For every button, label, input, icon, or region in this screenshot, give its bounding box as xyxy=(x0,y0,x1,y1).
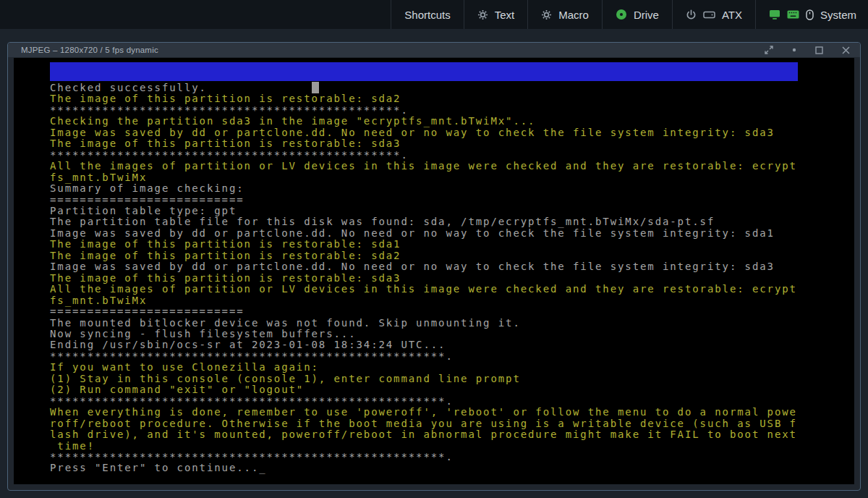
console-line: ========================== xyxy=(50,306,798,317)
gear-icon xyxy=(477,9,488,20)
menu-system-label: System xyxy=(820,9,856,21)
console-line: The partition table file for this disk w… xyxy=(50,216,798,227)
console-line: fs_mnt.bTwiMx xyxy=(50,172,798,183)
console-line: Press "Enter" to continue..._ xyxy=(50,463,798,473)
console-line: The image of this partition is restorabl… xyxy=(50,138,798,149)
menu-macro[interactable]: Macro xyxy=(527,0,602,29)
console-line: When everything is done, remember to use… xyxy=(50,407,798,418)
console-line: Checked successfully. xyxy=(50,83,798,93)
mouse-icon xyxy=(806,9,814,20)
console-line: ****************************************… xyxy=(50,452,798,463)
disc-icon xyxy=(616,9,627,20)
console-block-cursor xyxy=(312,82,319,93)
console-line: The image of this partition is restorabl… xyxy=(50,93,798,104)
console-output: Checked successfully. The image of this … xyxy=(14,58,798,474)
menu-text[interactable]: Text xyxy=(464,0,528,29)
console-line: Image was saved by dd or partclone.dd. N… xyxy=(50,261,798,272)
menu-shortcuts[interactable]: Shortcuts xyxy=(391,0,463,29)
console-line: The mounted bitlocker device was not fou… xyxy=(50,318,798,329)
menu-atx-label: ATX xyxy=(722,9,742,21)
menu-shortcuts-label: Shortcuts xyxy=(404,9,450,21)
keyboard-icon xyxy=(787,10,799,19)
monitor-icon xyxy=(769,9,780,20)
console-line: ****************************************… xyxy=(50,105,798,116)
console-line: All the images of partition or LV device… xyxy=(50,284,798,295)
console-line: All the images of partition or LV device… xyxy=(50,161,798,172)
console-line: ****************************************… xyxy=(50,351,798,362)
console-line: Image was saved by dd or partclone.dd. N… xyxy=(50,127,798,138)
console-line: ========================== xyxy=(50,195,798,206)
console-line: Now syncing - flush filesystem buffers..… xyxy=(50,329,798,339)
console-line: lash drive), and it's mounted, poweroff/… xyxy=(50,429,798,440)
menu-macro-label: Macro xyxy=(558,9,589,21)
storage-icon xyxy=(703,10,715,20)
console-line: Partition table type: gpt xyxy=(50,206,798,216)
stream-window-title: MJPEG – 1280x720 / 5 fps dynamic xyxy=(21,46,158,54)
menu-text-label: Text xyxy=(495,9,515,21)
gear-icon xyxy=(541,9,552,20)
console-line: fs_mnt.bTwiMx xyxy=(50,295,798,306)
desktop-background: { "topbar": { "led_green": "#3fae4a", "l… xyxy=(0,0,868,498)
menu-atx[interactable]: ATX xyxy=(672,0,755,29)
console-line: (1) Stay in this console (console 1), en… xyxy=(50,374,798,384)
console-line: The image of this partition is restorabl… xyxy=(50,250,798,261)
console-line: Ending /usr/sbin/ocs-sr at 2023-01-08 18… xyxy=(50,339,798,350)
original-size-icon[interactable] xyxy=(792,48,796,52)
menu-drive-label: Drive xyxy=(634,9,659,21)
console-line: Image was saved by dd or partclone.dd. N… xyxy=(50,228,798,239)
console-line: (2) Run command "exit" or "logout" xyxy=(50,384,798,395)
maximize-icon[interactable] xyxy=(815,46,823,54)
console-line: If you want to use Clonezilla again: xyxy=(50,362,798,373)
console-line: roff/reboot procedure. Otherwise if the … xyxy=(50,418,798,429)
power-icon xyxy=(686,9,697,20)
console-line: time! xyxy=(50,441,798,452)
console-highlight-bar xyxy=(50,62,798,81)
console-line: Checking the partition sda3 in the image… xyxy=(50,116,798,127)
fullscreen-icon[interactable] xyxy=(765,46,773,54)
mjpeg-stream[interactable]: Checked successfully. The image of this … xyxy=(14,58,854,484)
console-line: The image of this partition is restorabl… xyxy=(50,239,798,250)
window-controls xyxy=(765,46,850,54)
console-line: ****************************************… xyxy=(50,150,798,161)
topbar: Shortcuts Text Macro Drive ATX xyxy=(0,0,868,29)
menu-drive[interactable]: Drive xyxy=(602,0,672,29)
console-line: Summary of image checking: xyxy=(50,183,798,194)
menu-system[interactable]: System xyxy=(755,0,868,29)
close-icon[interactable] xyxy=(842,46,850,54)
stream-window-titlebar[interactable]: MJPEG – 1280x720 / 5 fps dynamic xyxy=(8,43,860,57)
stream-window: MJPEG – 1280x720 / 5 fps dynamic Checked… xyxy=(7,42,861,491)
console-line: ****************************************… xyxy=(50,396,798,407)
console-line: The image of this partition is restorabl… xyxy=(50,273,798,284)
